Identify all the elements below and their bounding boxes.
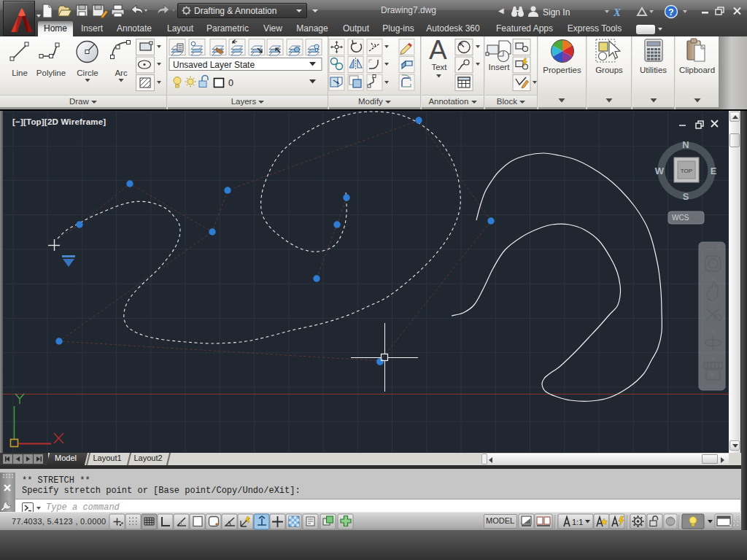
- svg-text:E: E: [711, 166, 717, 176]
- svg-text:A: A: [429, 36, 447, 65]
- svg-text:Sign In: Sign In: [543, 7, 570, 18]
- svg-text:Unsaved Layer State: Unsaved Layer State: [173, 60, 255, 70]
- svg-text:TOP: TOP: [681, 168, 692, 174]
- svg-text:?: ?: [668, 7, 674, 18]
- svg-text:S: S: [683, 191, 689, 202]
- svg-text:WCS: WCS: [672, 214, 689, 222]
- svg-text:0: 0: [228, 78, 233, 88]
- svg-text:W: W: [655, 166, 665, 176]
- svg-text:X: X: [613, 7, 622, 18]
- svg-text:N: N: [682, 139, 689, 150]
- svg-text:1:1: 1:1: [572, 518, 583, 526]
